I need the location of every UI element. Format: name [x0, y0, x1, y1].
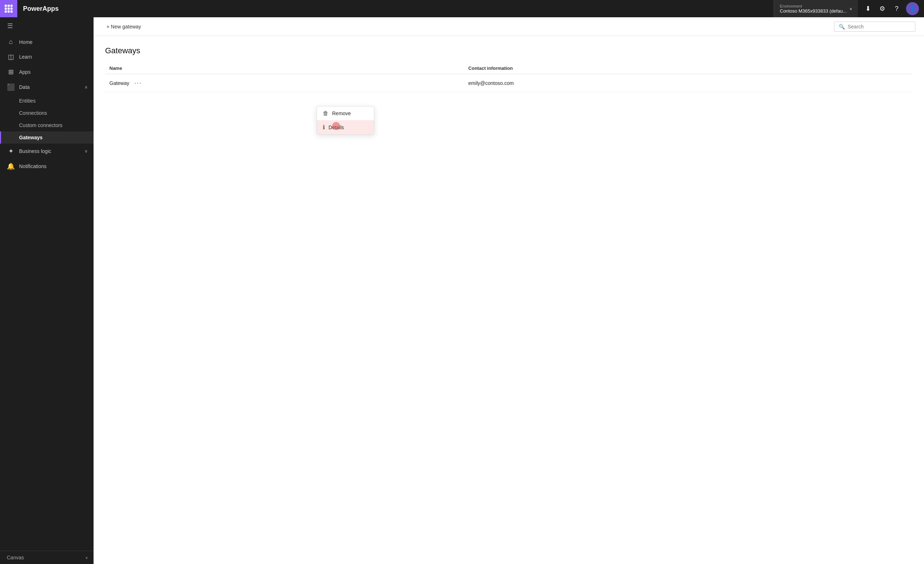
sidebar-item-learn[interactable]: ◫ Learn: [0, 49, 93, 64]
sidebar-item-apps[interactable]: ⊞ Apps: [0, 64, 93, 80]
brand-label: PowerApps: [17, 5, 64, 13]
sidebar: ☰ ⌂ Home ◫ Learn ⊞ Apps ⬛ Data ∧ Entitie…: [0, 17, 93, 564]
remove-icon: 🗑: [323, 110, 328, 117]
context-menu-details[interactable]: ℹ Details: [317, 120, 374, 134]
sidebar-item-custom-connectors[interactable]: Custom connectors: [0, 119, 93, 131]
sidebar-item-connections[interactable]: Connections: [0, 107, 93, 119]
download-button[interactable]: ⬇: [861, 0, 875, 17]
settings-button[interactable]: ⚙: [875, 0, 890, 17]
sidebar-custom-connectors-label: Custom connectors: [19, 122, 63, 128]
search-input[interactable]: [848, 24, 910, 30]
waffle-icon: [4, 4, 13, 13]
context-menu-remove-label: Remove: [332, 111, 351, 116]
learn-icon: ◫: [7, 53, 15, 61]
sidebar-item-home-label: Home: [19, 39, 88, 45]
avatar-icon: 👤: [909, 5, 916, 12]
search-icon: 🔍: [839, 24, 845, 30]
context-menu-details-label: Details: [328, 124, 344, 130]
page-content: Gateways Name Contact information Gatewa…: [93, 36, 924, 564]
sidebar-notifications-label: Notifications: [19, 164, 88, 169]
settings-icon: ⚙: [879, 4, 885, 13]
env-label: Environment: [780, 4, 847, 8]
sidebar-item-apps-label: Apps: [19, 69, 88, 75]
sidebar-item-data[interactable]: ⬛ Data ∧: [0, 80, 93, 94]
data-icon: ⬛: [7, 83, 15, 91]
home-icon: ⌂: [7, 38, 15, 46]
topbar: PowerApps Environment Contoso M365x93383…: [0, 0, 924, 17]
new-gateway-button[interactable]: + New gateway: [102, 22, 146, 32]
new-gateway-label: + New gateway: [106, 24, 141, 30]
page-title: Gateways: [105, 46, 912, 56]
help-icon: ?: [895, 5, 898, 13]
apps-icon: ⊞: [7, 68, 15, 76]
sidebar-item-home[interactable]: ⌂ Home: [0, 34, 93, 49]
user-avatar[interactable]: 👤: [906, 2, 919, 15]
notifications-icon: 🔔: [7, 162, 15, 170]
sidebar-business-logic-label: Business logic: [19, 148, 80, 154]
canvas-chevron-icon: ∨: [85, 556, 88, 560]
context-menu-remove[interactable]: 🗑 Remove: [317, 106, 374, 120]
sidebar-item-business-logic[interactable]: ✦ Business logic ∨: [0, 144, 93, 159]
environment-selector[interactable]: Environment Contoso M365x933833 (defau..…: [774, 0, 858, 17]
details-icon: ℹ: [323, 124, 325, 130]
sidebar-item-notifications[interactable]: 🔔 Notifications: [0, 159, 93, 174]
sidebar-item-entities[interactable]: Entities: [0, 94, 93, 107]
search-box[interactable]: 🔍: [834, 22, 915, 32]
sidebar-connections-label: Connections: [19, 110, 47, 116]
business-logic-chevron-icon: ∨: [84, 148, 88, 154]
sidebar-footer: Canvas ∨: [0, 550, 93, 564]
sidebar-item-learn-label: Learn: [19, 54, 88, 60]
col-contact: Contact information: [464, 63, 912, 74]
help-button[interactable]: ?: [890, 0, 904, 17]
row-more-button[interactable]: ···: [132, 78, 144, 87]
gateway-contact: emily@contoso.com: [464, 74, 912, 92]
gateways-table: Name Contact information Gateway ··· emi…: [105, 63, 912, 92]
toolbar: + New gateway 🔍: [93, 17, 924, 36]
sidebar-canvas-label: Canvas: [7, 555, 81, 560]
sidebar-gateways-label: Gateways: [19, 135, 42, 140]
gateway-name: Gateway: [110, 80, 129, 86]
topbar-icons: ⬇ ⚙ ? 👤: [858, 0, 924, 17]
sidebar-item-data-label: Data: [19, 84, 80, 90]
main-area: + New gateway 🔍 Gateways Name Contact in…: [93, 17, 924, 564]
env-chevron-icon: ∨: [849, 7, 852, 11]
business-logic-icon: ✦: [7, 147, 15, 155]
app-layout: ☰ ⌂ Home ◫ Learn ⊞ Apps ⬛ Data ∧ Entitie…: [0, 17, 924, 564]
sidebar-collapse-button[interactable]: ☰: [3, 19, 17, 33]
sidebar-entities-label: Entities: [19, 98, 36, 104]
col-name: Name: [105, 63, 464, 74]
env-name: Contoso M365x933833 (defau...: [780, 8, 847, 14]
sidebar-item-gateways[interactable]: Gateways: [0, 131, 93, 144]
table-row: Gateway ··· emily@contoso.com: [105, 74, 912, 92]
hamburger-icon: ☰: [7, 22, 13, 30]
sidebar-footer-canvas[interactable]: Canvas ∨: [0, 551, 93, 564]
context-menu: 🗑 Remove ℹ Details: [316, 106, 374, 135]
data-chevron-icon: ∧: [84, 85, 88, 90]
download-icon: ⬇: [866, 4, 871, 13]
app-launcher-button[interactable]: [0, 0, 17, 17]
